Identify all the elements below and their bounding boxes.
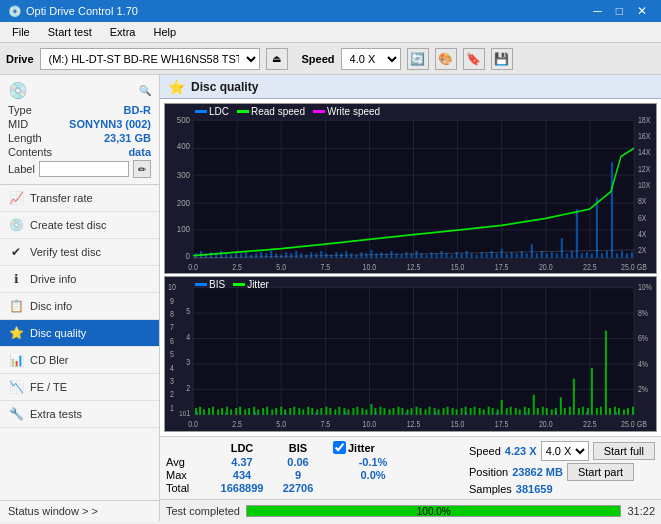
svg-rect-216 [338, 407, 340, 415]
svg-rect-285 [285, 412, 286, 415]
ldc-header: LDC [211, 442, 273, 454]
speed-select[interactable]: 4.0 X [341, 48, 401, 70]
svg-rect-200 [266, 407, 268, 415]
svg-text:22.5: 22.5 [583, 262, 597, 272]
toolbar-icon-1[interactable]: 🔄 [407, 48, 429, 70]
svg-rect-251 [497, 410, 499, 415]
svg-rect-99 [466, 251, 468, 258]
svg-text:14X: 14X [638, 148, 650, 158]
svg-rect-105 [496, 253, 498, 258]
svg-text:5.0: 5.0 [276, 419, 286, 429]
drive-select[interactable]: (M:) HL-DT-ST BD-RE WH16NS58 TST4 [40, 48, 260, 70]
nav-cd-bler[interactable]: 📊 CD Bler [0, 347, 159, 374]
nav-extra-tests[interactable]: 🔧 Extra tests [0, 401, 159, 428]
svg-text:10%: 10% [638, 283, 653, 293]
svg-text:20.0: 20.0 [539, 419, 553, 429]
toolbar-icon-2[interactable]: 🎨 [435, 48, 457, 70]
svg-text:0: 0 [186, 251, 191, 262]
svg-rect-250 [492, 408, 494, 415]
svg-rect-113 [536, 253, 538, 258]
titlebar: 💿 Opti Drive Control 1.70 ─ □ ✕ [0, 0, 661, 22]
svg-rect-234 [420, 408, 422, 415]
svg-rect-293 [526, 412, 527, 415]
menu-help[interactable]: Help [145, 24, 184, 40]
chart2-svg: 1 2 3 4 5 10 10 9 8 7 6 5 4 3 2 1 [165, 277, 656, 431]
svg-rect-258 [528, 408, 530, 415]
svg-rect-252 [501, 400, 503, 415]
toolbar-icon-4[interactable]: 💾 [491, 48, 513, 70]
label-input[interactable] [39, 161, 129, 177]
svg-rect-191 [226, 407, 228, 415]
speed-stat-select[interactable]: 4.0 X [541, 441, 589, 461]
start-full-button[interactable]: Start full [593, 442, 655, 460]
svg-text:6X: 6X [638, 213, 647, 223]
svg-rect-287 [345, 412, 346, 415]
svg-rect-196 [248, 408, 250, 415]
svg-text:6%: 6% [638, 333, 649, 343]
svg-rect-260 [537, 408, 539, 415]
jitter-checkbox[interactable] [333, 441, 346, 454]
toolbar-icon-3[interactable]: 🔖 [463, 48, 485, 70]
titlebar-title: 💿 Opti Drive Control 1.70 [8, 5, 138, 18]
disc-panel-icon2: 🔍 [139, 85, 151, 96]
svg-rect-268 [573, 379, 575, 415]
label-edit-button[interactable]: ✏ [133, 160, 151, 178]
legend-jitter: Jitter [233, 279, 269, 290]
svg-text:5.0: 5.0 [276, 262, 286, 272]
legend-write-speed: Write speed [313, 106, 380, 117]
legend-read-speed: Read speed [237, 106, 305, 117]
svg-text:4X: 4X [638, 230, 647, 240]
samples-value: 381659 [516, 483, 553, 495]
svg-rect-79 [365, 253, 367, 258]
svg-text:17.5: 17.5 [495, 419, 509, 429]
svg-text:22.5: 22.5 [583, 419, 597, 429]
nav-fe-te[interactable]: 📉 FE / TE [0, 374, 159, 401]
nav-disc-quality[interactable]: ⭐ Disc quality [0, 320, 159, 347]
status-window-button[interactable]: Status window > > [0, 500, 159, 521]
svg-rect-230 [401, 408, 403, 415]
svg-rect-205 [289, 408, 291, 415]
svg-rect-67 [305, 255, 307, 259]
svg-rect-56 [250, 255, 252, 259]
close-button[interactable]: ✕ [631, 3, 653, 19]
svg-rect-241 [452, 408, 454, 415]
speed-stat-label: Speed [469, 445, 501, 457]
svg-rect-206 [293, 407, 295, 415]
menu-start-test[interactable]: Start test [40, 24, 100, 40]
svg-text:8X: 8X [638, 197, 647, 207]
svg-rect-128 [611, 162, 613, 258]
svg-rect-274 [600, 407, 602, 415]
svg-text:2%: 2% [638, 384, 649, 394]
nav-verify-test-disc[interactable]: ✔ Verify test disc [0, 239, 159, 266]
menu-file[interactable]: File [4, 24, 38, 40]
stats-table: LDC BIS Jitter Avg 4.37 0.06 [166, 441, 469, 494]
menu-extra[interactable]: Extra [102, 24, 144, 40]
svg-rect-57 [255, 253, 257, 258]
content-area: ⭐ Disc quality LDC Read speed [160, 75, 661, 521]
nav-drive-info[interactable]: ℹ Drive info [0, 266, 159, 293]
bis-header: BIS [273, 442, 323, 454]
ldc-chart: LDC Read speed Write speed [164, 103, 657, 274]
svg-rect-222 [365, 410, 367, 415]
svg-rect-236 [429, 407, 431, 415]
svg-rect-64 [290, 253, 292, 258]
svg-rect-238 [438, 410, 440, 415]
drive-label: Drive [6, 53, 34, 65]
svg-text:20.0: 20.0 [539, 262, 553, 272]
svg-rect-209 [307, 407, 309, 415]
svg-rect-123 [586, 252, 588, 258]
nav-create-test-disc[interactable]: 💿 Create test disc [0, 212, 159, 239]
type-label: Type [8, 104, 32, 116]
maximize-button[interactable]: □ [610, 3, 629, 19]
svg-text:0.0: 0.0 [188, 419, 198, 429]
eject-button[interactable]: ⏏ [266, 48, 288, 70]
svg-text:4: 4 [186, 332, 190, 342]
svg-text:25.0 GB: 25.0 GB [621, 262, 647, 272]
svg-rect-132 [631, 252, 633, 258]
nav-disc-info[interactable]: 📋 Disc info [0, 293, 159, 320]
svg-rect-254 [510, 407, 512, 415]
minimize-button[interactable]: ─ [587, 3, 608, 19]
nav-transfer-rate[interactable]: 📈 Transfer rate [0, 185, 159, 212]
start-part-button[interactable]: Start part [567, 463, 634, 481]
svg-rect-283 [225, 412, 226, 415]
